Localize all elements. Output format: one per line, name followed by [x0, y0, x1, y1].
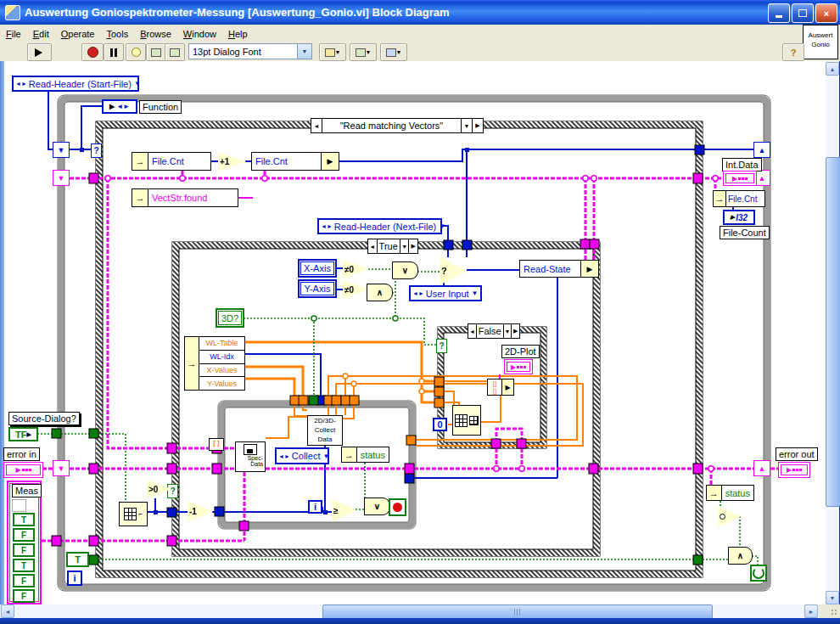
menu-help[interactable]: Help [222, 27, 254, 41]
resize-corner[interactable] [819, 604, 840, 618]
i32-indicator-terminal[interactable]: ▶I32 [723, 210, 755, 225]
and-gate-1[interactable]: ∧ [367, 284, 393, 301]
local-status-read-right[interactable]: → status [706, 485, 754, 501]
menu-browse[interactable]: Browse [134, 27, 177, 41]
bundle-node[interactable]: [][] ▶ [487, 379, 514, 396]
local-file-cnt-read-right[interactable]: → File.Cnt [713, 190, 765, 207]
case-next-icon[interactable]: ▶ [511, 324, 519, 338]
case-next-icon[interactable]: ▶ [472, 119, 483, 132]
title-bar[interactable]: Auswertung Goniospektrometer-Messung [Au… [0, 0, 840, 25]
step-over-button[interactable] [165, 43, 185, 61]
control-3d[interactable]: 3D? [216, 308, 244, 328]
or-gate-2[interactable]: ∨ [364, 498, 390, 515]
menu-operate[interactable]: Operate [55, 27, 101, 41]
local-status-read-inner[interactable]: → status [341, 447, 389, 463]
shift-register-right-blue[interactable]: ▲ [753, 142, 770, 158]
menu-window[interactable]: Window [177, 27, 222, 41]
iteration-terminal-outer[interactable]: i [67, 571, 82, 586]
iteration-terminal-inner[interactable]: i [308, 500, 322, 514]
true-constant[interactable]: T [66, 552, 89, 567]
control-y-axis[interactable]: Y-Axis [298, 279, 337, 298]
minimize-button[interactable] [768, 3, 790, 23]
zero-constant[interactable]: 0 [433, 418, 447, 431]
step-into-button[interactable] [146, 43, 166, 61]
local-vectstr-found-read[interactable]: → VectStr.found [132, 188, 238, 207]
or-gate-1[interactable]: ∨ [392, 261, 418, 279]
app-icon [5, 5, 20, 20]
dropdown-icon[interactable]: ▼ [503, 324, 512, 338]
dropdown-icon[interactable]: ▼ [400, 239, 409, 253]
enum-user-input[interactable]: ◄► User Input ▼ [409, 285, 482, 301]
meas-bool-4[interactable]: F [13, 574, 35, 587]
meas-bool-3[interactable]: T [13, 559, 35, 572]
font-dropdown-icon[interactable]: ▼ [297, 44, 311, 59]
pause-button[interactable] [104, 43, 124, 61]
meas-bool-1[interactable]: F [13, 528, 35, 542]
help-button[interactable]: ? [782, 43, 804, 61]
font-selector[interactable]: 13pt Dialog Font ▼ [188, 43, 312, 59]
menu-tools[interactable]: Tools [100, 27, 134, 41]
local-int-data-write[interactable]: ▶ [723, 171, 757, 186]
abort-button[interactable] [81, 43, 104, 61]
menu-edit[interactable]: Edit [27, 27, 55, 41]
local-file-cnt-read[interactable]: → File.Cnt [132, 152, 211, 171]
case-prev-icon[interactable]: ◄ [368, 239, 378, 253]
tf-constant-source-dialog[interactable]: TF▶ [8, 427, 38, 441]
unbundle-field-wl-table[interactable]: WL-Table [199, 337, 244, 351]
index-array-node[interactable] [452, 405, 481, 436]
enum-read-header-next[interactable]: ◄► Read-Header (Next-File) ▼ [317, 218, 442, 234]
outer-case-selector[interactable]: ◄ "Read matching Vectors" ▼ ▶ [311, 118, 484, 133]
menu-file[interactable]: File [0, 27, 27, 41]
unbundle-field-y-values[interactable]: Y-Values [199, 377, 244, 390]
vertical-scrollbar-thumb[interactable] [826, 157, 840, 507]
false-case-selector[interactable]: ◄ False ▼ ▶ [468, 323, 520, 339]
align-objects-button[interactable]: ▼ [319, 43, 346, 61]
case-prev-icon[interactable]: ◄ [311, 119, 322, 132]
unbundle-field-wl-idx[interactable]: WL-Idx [199, 351, 244, 364]
close-button[interactable]: × [815, 3, 837, 23]
shift-register-left-error2[interactable]: ▼ [53, 460, 70, 476]
unbundle-field-x-values[interactable]: X-Values [199, 364, 244, 378]
inner-case-selector[interactable]: ◄ True ▼ ▶ [367, 239, 418, 254]
and-gate-2[interactable]: ∧ [728, 547, 753, 565]
local-read-state-write[interactable]: Read-State ▶ [519, 260, 599, 278]
stop-condition-terminal[interactable] [389, 498, 406, 516]
reorder-button[interactable]: ▼ [380, 43, 407, 61]
control-x-axis[interactable]: X-Axis [298, 259, 337, 278]
scroll-right-button[interactable]: ► [804, 604, 818, 618]
case-prev-icon[interactable]: ◄ [468, 324, 477, 338]
run-button[interactable] [27, 43, 52, 61]
empty-array-constant[interactable]: [ ] [209, 438, 224, 451]
highlight-execution-button[interactable] [126, 43, 146, 61]
shift-register-left-blue[interactable]: ▼ [53, 142, 70, 158]
case-selector-terminal[interactable]: ? [91, 143, 102, 158]
case-next-icon[interactable]: ▶ [408, 239, 417, 253]
error-out-cluster[interactable]: ▶ [778, 462, 810, 478]
shift-register-right-error2[interactable]: ▲ [753, 460, 770, 476]
meas-cluster-constant[interactable]: Meas T F F T F F T [7, 481, 42, 604]
dropdown-icon[interactable]: ▼ [461, 119, 472, 132]
enum-collect[interactable]: ◄► Collect ▼ [275, 447, 329, 464]
loop-condition-terminal[interactable] [750, 565, 767, 582]
distribute-objects-button[interactable]: ▼ [350, 43, 377, 61]
local-2d-plot-write[interactable]: ▶ [504, 359, 533, 374]
boolean-tunnel-question[interactable]: ? [167, 484, 178, 498]
shift-up-icon: ▲ [759, 464, 766, 473]
scroll-down-button[interactable]: ▼ [826, 591, 839, 604]
restore-button[interactable] [792, 3, 814, 23]
function-enum-terminal[interactable]: ▶◄► [102, 99, 137, 114]
error-in-cluster[interactable]: ▶ [3, 462, 43, 478]
unbundle-by-name-node[interactable]: → WL-Table WL-Idx X-Values Y-Values [184, 336, 245, 391]
false-case-selector-tunnel[interactable]: ? [436, 339, 447, 353]
scroll-up-button[interactable]: ▲ [826, 62, 839, 76]
local-file-cnt-write[interactable]: File.Cnt ▶ [251, 152, 339, 171]
enum-read-header-start[interactable]: ◄► Read-Header (Start-File) ▼ [12, 76, 139, 92]
array-size-node[interactable]: ⌐ [119, 502, 148, 526]
vi-icon[interactable]: Auswert Gonio [803, 25, 838, 59]
shift-register-left-error1[interactable]: ▼ [53, 170, 70, 186]
meas-bool-5[interactable]: F [13, 589, 35, 603]
meas-bool-0[interactable]: T [13, 513, 35, 526]
scroll-left-button[interactable]: ◄ [1, 604, 14, 618]
spec-data-subvi[interactable]: Spec- Data [235, 441, 266, 472]
meas-bool-2[interactable]: F [13, 543, 35, 557]
